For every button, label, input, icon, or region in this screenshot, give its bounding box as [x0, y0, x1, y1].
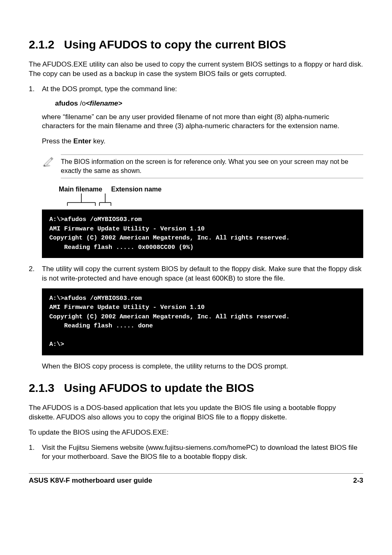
press-post: key.	[91, 137, 106, 145]
pencil-note-icon	[42, 155, 54, 168]
heading-212: 2.1.2 Using AFUDOS to copy the current B…	[29, 37, 363, 53]
footer-page: 2-3	[353, 476, 363, 486]
heading-213-num: 2.1.3	[29, 380, 61, 396]
heading-212-num: 2.1.2	[29, 37, 61, 53]
step-213-1: 1. Visit the Fujitsu Siemens website (ww…	[29, 443, 363, 462]
page-footer: ASUS K8V-F motherboard user guide 2-3	[29, 473, 363, 486]
press-enter: Press the Enter key.	[42, 137, 363, 146]
intro-212: The AFUDOS.EXE utility can also be used …	[29, 60, 363, 79]
step-212-2: 2. The utility will copy the current sys…	[29, 265, 363, 283]
intro-213: The AFUDOS is a DOS-based application th…	[29, 403, 363, 422]
step-body: At the DOS prompt, type the command line…	[42, 85, 363, 94]
label-main: Main filename	[52, 185, 109, 194]
step-212-1: 1. At the DOS prompt, type the command l…	[29, 85, 363, 94]
heading-213: 2.1.3 Using AFUDOS to update the BIOS	[29, 380, 363, 396]
footer-title: ASUS K8V-F motherboard user guide	[29, 476, 152, 486]
note-text: The BIOS information on the screen is fo…	[61, 154, 363, 178]
step-body: The utility will copy the current system…	[42, 265, 363, 283]
step-num: 1.	[29, 443, 42, 462]
step-body: Visit the Fujitsu Siemens website (www.f…	[42, 443, 363, 462]
step-num: 2.	[29, 265, 42, 283]
terminal-output-2: A:\>afudos /oMYBIOS03.rom AMI Firmware U…	[42, 288, 363, 355]
label-callout-lines	[52, 193, 150, 207]
note-block: The BIOS information on the screen is fo…	[42, 152, 363, 180]
enter-key: Enter	[74, 137, 91, 145]
step-num: 1.	[29, 85, 42, 94]
terminal-output-1: A:\>afudos /oMYBIOS03.rom AMI Firmware U…	[42, 210, 363, 258]
filename-labels: Main filename Extension name	[52, 185, 363, 194]
label-ext: Extension name	[111, 185, 168, 194]
press-pre: Press the	[42, 137, 74, 145]
heading-213-title: Using AFUDOS to update the BIOS	[64, 382, 254, 394]
command-line: afudos /o<filename>	[55, 99, 363, 108]
cmd-slash: /o	[78, 99, 86, 107]
heading-212-title: Using AFUDOS to copy the current BIOS	[64, 38, 286, 51]
to-update-text: To update the BIOS using the AFUDOS.EXE:	[29, 428, 363, 438]
complete-text: When the BIOS copy process is complete, …	[42, 362, 363, 371]
cmd-filename: <filename>	[86, 99, 122, 107]
where-text: where “filename” can be any user provide…	[42, 113, 363, 131]
cmd-afudos: afudos	[55, 99, 78, 107]
